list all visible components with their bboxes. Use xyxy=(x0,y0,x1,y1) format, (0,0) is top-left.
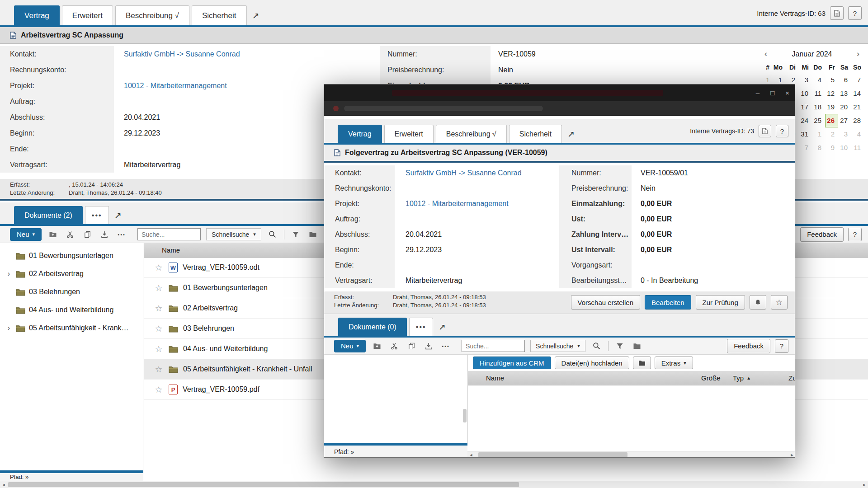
neu-button[interactable]: Neu▾ xyxy=(10,228,42,241)
tab-dokumente[interactable]: Dokumente (0) xyxy=(338,318,407,336)
zur-pruefung-button[interactable]: Zur Prüfung xyxy=(696,295,745,310)
calendar-day[interactable]: 10 xyxy=(838,141,851,155)
scrollbar-thumb[interactable] xyxy=(8,482,519,487)
calendar-day[interactable]: 6 xyxy=(838,73,851,87)
favorite-star-icon[interactable]: ☆ xyxy=(154,283,164,293)
feedback-button[interactable]: Feedback xyxy=(800,227,844,242)
cut-icon[interactable] xyxy=(388,340,400,352)
tab-erweitert[interactable]: Erweitert xyxy=(62,5,113,25)
calendar-day[interactable]: 27 xyxy=(838,114,851,127)
cut-icon[interactable] xyxy=(64,229,76,240)
expand-icon[interactable]: ↗ xyxy=(562,125,580,143)
calendar-day[interactable]: 17 xyxy=(799,100,812,114)
filter-icon[interactable] xyxy=(290,229,302,240)
calendar-day[interactable]: 10 xyxy=(799,87,812,100)
size-column-header[interactable]: Größe xyxy=(701,371,721,385)
favorite-star-icon[interactable]: ☆ xyxy=(154,324,164,334)
document-report-button[interactable] xyxy=(759,125,771,137)
tree-folder-item[interactable]: 03 Belehrungen xyxy=(0,283,143,301)
more-tabs-button[interactable]: ••• xyxy=(85,206,109,224)
expand-icon[interactable]: ↗ xyxy=(433,318,451,336)
extras-button[interactable]: Extras▾ xyxy=(655,357,693,369)
calendar-day[interactable]: 19 xyxy=(825,100,838,114)
calendar-day[interactable]: 7 xyxy=(851,73,864,87)
notification-bell-button[interactable] xyxy=(750,295,766,310)
add-from-crm-button[interactable]: Hinzufügen aus CRM xyxy=(473,357,551,369)
neu-button[interactable]: Neu▾ xyxy=(334,340,366,352)
overflow-icon[interactable]: ••• xyxy=(440,340,452,352)
calendar-today[interactable]: 26 xyxy=(825,114,838,127)
tab-beschreibung[interactable]: Beschreibung √ xyxy=(436,125,507,143)
favorite-star-icon[interactable]: ☆ xyxy=(154,344,164,354)
calendar-day[interactable]: 9 xyxy=(825,141,838,155)
help-button[interactable]: ? xyxy=(848,6,862,20)
vorschau-erstellen-button[interactable]: Vorschau erstellen xyxy=(571,295,640,310)
calendar-next-icon[interactable]: › xyxy=(853,49,863,59)
chevron-right-icon[interactable]: › xyxy=(5,324,12,332)
search-icon[interactable] xyxy=(267,229,278,240)
bearbeiten-button[interactable]: Bearbeiten xyxy=(645,295,691,310)
calendar-day[interactable]: 31 xyxy=(799,127,812,141)
tab-erweitert[interactable]: Erweitert xyxy=(384,125,434,143)
calendar-day[interactable]: 2 xyxy=(825,127,838,141)
name-column-header[interactable]: Name xyxy=(486,371,504,385)
calendar-day[interactable]: 28 xyxy=(851,114,864,127)
document-report-button[interactable] xyxy=(830,6,844,20)
calendar-day[interactable]: 3 xyxy=(838,127,851,141)
maximize-icon[interactable]: □ xyxy=(770,89,774,97)
search-input[interactable] xyxy=(137,228,201,240)
help-button[interactable]: ? xyxy=(775,339,788,353)
calendar-prev-icon[interactable]: ‹ xyxy=(760,49,771,59)
folder-icon[interactable] xyxy=(631,340,643,352)
calendar-day[interactable]: 4 xyxy=(851,127,864,141)
tab-sicherheit[interactable]: Sicherheit xyxy=(509,125,562,143)
calendar-day[interactable]: 5 xyxy=(825,73,838,87)
calendar-day[interactable]: 11 xyxy=(812,87,825,100)
tree-folder-item[interactable]: › 05 Arbeitsunfähigkeit - Krank… xyxy=(0,319,143,337)
copy-icon[interactable] xyxy=(406,340,417,352)
download-icon[interactable] xyxy=(99,229,110,240)
scrollbar-thumb[interactable] xyxy=(478,452,627,457)
more-tabs-button[interactable]: ••• xyxy=(409,318,433,336)
favorite-star-icon[interactable]: ☆ xyxy=(154,364,164,375)
calendar-day[interactable]: 24 xyxy=(799,114,812,127)
expand-icon[interactable]: ↗ xyxy=(109,206,127,224)
tree-folder-item[interactable]: 01 Bewerbungsunterlagen xyxy=(0,247,143,265)
tab-vertrag[interactable]: Vertrag xyxy=(14,5,60,25)
folder-icon[interactable] xyxy=(307,229,319,240)
help-button[interactable]: ? xyxy=(776,125,788,137)
tab-vertrag[interactable]: Vertrag xyxy=(338,125,382,143)
help-button[interactable]: ? xyxy=(848,228,862,241)
quicksearch-dropdown[interactable]: Schnellsuche▾ xyxy=(206,228,261,240)
name-column-header[interactable]: Name xyxy=(162,246,180,254)
popup-horizontal-scrollbar[interactable]: ◄ ► xyxy=(467,451,795,458)
calendar-day[interactable]: 21 xyxy=(851,100,864,114)
tree-folder-item[interactable]: › 02 Arbeitsvertrag xyxy=(0,265,143,283)
minimize-icon[interactable]: – xyxy=(756,89,760,97)
horizontal-scrollbar[interactable]: ◄ ► xyxy=(0,481,868,488)
upload-folder-button[interactable] xyxy=(633,357,651,369)
favorite-star-icon[interactable]: ☆ xyxy=(154,263,164,273)
scroll-left-icon[interactable]: ◄ xyxy=(0,481,7,488)
type-column-header[interactable]: Typ▲ xyxy=(733,371,751,385)
scroll-right-icon[interactable]: ► xyxy=(788,451,795,458)
tree-scrollbar-thumb[interactable] xyxy=(463,409,467,422)
clipped-column-header[interactable]: Zu xyxy=(788,371,795,385)
calendar-day[interactable]: 4 xyxy=(812,73,825,87)
calendar-day[interactable]: 12 xyxy=(825,87,838,100)
calendar-day[interactable]: 20 xyxy=(838,100,851,114)
search-input[interactable] xyxy=(462,340,525,352)
calendar-day[interactable]: 25 xyxy=(812,114,825,127)
upload-files-button[interactable]: Datei(en) hochladen xyxy=(555,357,629,369)
calendar-day[interactable]: 11 xyxy=(851,141,864,155)
calendar-day[interactable]: 1 xyxy=(812,127,825,141)
scrollbar-track[interactable] xyxy=(7,481,861,488)
favorite-star-icon[interactable]: ☆ xyxy=(154,385,164,395)
popup-title-bar[interactable]: – □ × xyxy=(324,84,795,101)
close-icon[interactable]: × xyxy=(785,89,789,97)
tree-folder-item[interactable]: 04 Aus- und Weiterbildung xyxy=(0,301,143,319)
favorite-button[interactable]: ☆ xyxy=(771,295,788,310)
tab-sicherheit[interactable]: Sicherheit xyxy=(192,5,247,25)
tab-dokumente[interactable]: Dokumente (2) xyxy=(14,206,83,224)
search-icon[interactable] xyxy=(591,340,603,352)
